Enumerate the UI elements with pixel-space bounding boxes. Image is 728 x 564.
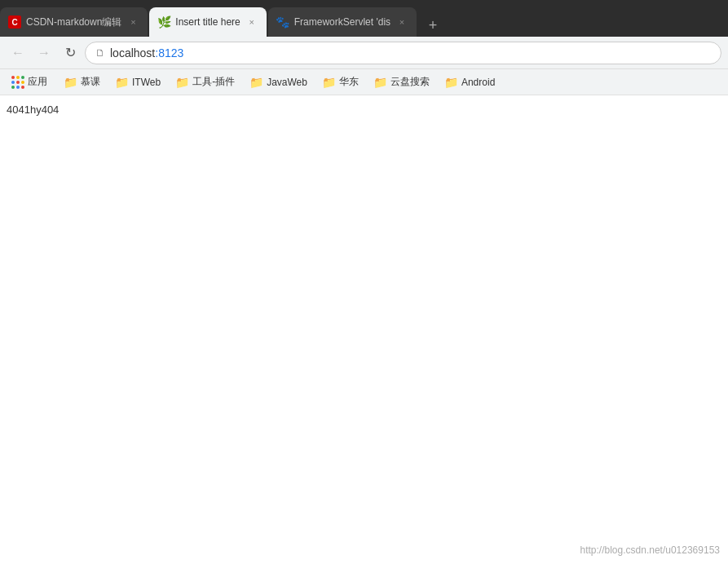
nav-bar: ← → ↻ 🗋 localhost:8123 <box>0 37 728 69</box>
address-file-icon: 🗋 <box>95 47 105 59</box>
tab-csdn[interactable]: C CSDN-markdown编辑 × <box>0 7 148 37</box>
folder-tools-icon: 📁 <box>175 76 189 89</box>
tab-bar: C CSDN-markdown编辑 × 🌿 Insert title here … <box>0 0 728 37</box>
folder-javaweb-icon: 📁 <box>249 76 263 89</box>
apps-grid-icon <box>11 76 24 89</box>
bookmark-muke-label: 慕课 <box>81 75 100 89</box>
bookmark-yunpan[interactable]: 📁 云盘搜索 <box>367 73 436 90</box>
tab-csdn-title: CSDN-markdown编辑 <box>26 15 121 29</box>
bookmark-javaweb[interactable]: 📁 JavaWeb <box>243 74 314 90</box>
bookmarks-bar: 应用 📁 慕课 📁 ITWeb 📁 工具-插件 📁 JavaWeb 📁 华东 📁… <box>0 69 728 95</box>
page-body-text: 4041hy404 <box>7 104 721 116</box>
apps-label: 应用 <box>28 75 47 89</box>
tab-active-title: Insert title here <box>175 16 240 28</box>
page-content: 4041hy404 http://blog.csdn.net/u01236915… <box>0 95 728 564</box>
csdn-favicon-icon: C <box>8 15 21 29</box>
address-bar[interactable]: 🗋 localhost:8123 <box>85 42 721 64</box>
watermark-text: http://blog.csdn.net/u012369153 <box>580 544 720 556</box>
tab-active-close[interactable]: × <box>245 15 258 29</box>
tab-active[interactable]: 🌿 Insert title here × <box>149 7 266 37</box>
tab-framework-title: FrameworkServlet 'dis <box>294 16 390 28</box>
new-tab-button[interactable]: + <box>421 14 444 37</box>
bookmark-muke[interactable]: 📁 慕课 <box>57 73 107 90</box>
bookmark-apps[interactable]: 应用 <box>7 73 52 90</box>
tab-csdn-close[interactable]: × <box>126 15 139 29</box>
folder-muke-icon: 📁 <box>64 76 77 89</box>
bookmark-itweb-label: ITWeb <box>132 77 161 88</box>
folder-huadong-icon: 📁 <box>322 76 336 89</box>
address-text: localhost:8123 <box>110 46 183 59</box>
reload-button[interactable]: ↻ <box>59 42 82 64</box>
forward-button[interactable]: → <box>33 42 55 64</box>
folder-yunpan-icon: 📁 <box>373 76 387 89</box>
folder-android-icon: 📁 <box>444 76 458 89</box>
bookmark-android[interactable]: 📁 Android <box>438 74 501 90</box>
address-host: localhost <box>110 46 155 59</box>
bookmark-huadong-label: 华东 <box>339 75 359 89</box>
bookmark-android-label: Android <box>461 77 495 88</box>
paw-favicon-icon: 🐾 <box>276 15 289 29</box>
bookmark-tools-label: 工具-插件 <box>192 75 235 89</box>
bookmark-yunpan-label: 云盘搜索 <box>390 75 430 89</box>
bookmark-javaweb-label: JavaWeb <box>267 77 307 88</box>
browser-chrome: C CSDN-markdown编辑 × 🌿 Insert title here … <box>0 0 728 95</box>
bookmark-tools[interactable]: 📁 工具-插件 <box>169 73 241 90</box>
leaf-favicon-icon: 🌿 <box>157 15 170 29</box>
folder-itweb-icon: 📁 <box>115 76 129 89</box>
bookmark-huadong[interactable]: 📁 华东 <box>315 73 365 90</box>
back-button[interactable]: ← <box>7 42 29 64</box>
tab-framework-close[interactable]: × <box>395 15 408 29</box>
bookmark-itweb[interactable]: 📁 ITWeb <box>108 74 167 90</box>
address-port: :8123 <box>155 46 183 59</box>
tab-framework[interactable]: 🐾 FrameworkServlet 'dis × <box>268 7 417 37</box>
